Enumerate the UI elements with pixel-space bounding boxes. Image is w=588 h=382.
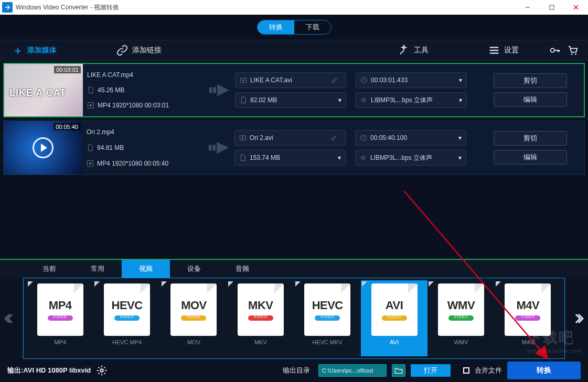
cart-icon	[567, 45, 579, 56]
plus-icon: ＋	[13, 43, 23, 58]
format-card-hevc-mkv[interactable]: HEVCHEVC MKV	[294, 280, 361, 356]
format-card-hevc-mp4[interactable]: HEVCHEVC MP4	[93, 280, 160, 356]
tab-audio[interactable]: 音频	[218, 260, 266, 278]
add-link-label: 添加链接	[132, 46, 162, 55]
filename: LIKE A CAT.mp4	[87, 71, 133, 79]
output-size: 153.74 MB	[250, 154, 280, 161]
svg-point-8	[551, 48, 554, 52]
chevron-down-icon: ▾	[458, 154, 462, 161]
settings-button[interactable]: 设置	[482, 40, 525, 61]
output-file-dropdown[interactable]: Ori 2.avi	[234, 130, 346, 146]
merge-label: 合并文件	[475, 366, 502, 375]
details: MP4 1920*1080 00:03:01	[98, 102, 169, 109]
output-file: Ori 2.avi	[250, 134, 273, 141]
app-icon	[2, 2, 13, 13]
tab-current[interactable]: 当前	[25, 260, 73, 278]
edit-button[interactable]: 编辑	[494, 150, 567, 165]
file-icon	[87, 86, 94, 94]
thumbnail[interactable]: 00:05:40	[4, 121, 82, 174]
format-card-wmv[interactable]: WMVWMV	[427, 280, 494, 356]
thumbnail[interactable]: 00:03:01	[4, 64, 83, 116]
audio-dropdown[interactable]: LIBMP3L...bps 立体声 ▾	[356, 92, 467, 108]
key-button[interactable]	[546, 40, 564, 61]
format-card-mkv[interactable]: MKVMKV	[227, 280, 294, 356]
add-media-label: 添加媒体	[27, 46, 57, 55]
output-file-dropdown[interactable]: LIKE A CAT.avi	[235, 72, 346, 88]
chevron-down-icon: ▾	[338, 96, 341, 104]
maximize-button[interactable]	[540, 0, 564, 15]
output-dir-label: 输出目录	[283, 366, 310, 375]
wand-icon	[398, 45, 410, 56]
convert-button[interactable]: 转换	[507, 362, 581, 379]
format-card-m4v[interactable]: M4VM4V	[495, 280, 561, 356]
play-small-icon	[87, 102, 94, 109]
speaker-icon	[360, 96, 368, 104]
chevron-down-icon: ▾	[459, 77, 462, 84]
settings-label: 设置	[504, 46, 519, 55]
media-meta: Ori 2.mp4 94.81 MB MP4 1920*1080 00:05:4…	[82, 121, 203, 174]
tab-video[interactable]: 视频	[122, 260, 170, 278]
arrow-icon	[204, 64, 235, 116]
svg-rect-2	[550, 5, 554, 9]
scroll-left-button[interactable]	[0, 278, 21, 359]
folder-icon[interactable]	[392, 364, 405, 377]
footer: 输出:AVI HD 1080P libxvid 输出目录 C:\Users\pc…	[0, 359, 588, 382]
play-overlay-icon	[33, 137, 54, 158]
mode-download[interactable]: 下载	[294, 20, 331, 34]
edit-icon[interactable]	[331, 77, 341, 85]
video-icon	[239, 134, 247, 141]
arrow-icon	[203, 121, 234, 174]
edit-icon[interactable]	[330, 134, 341, 143]
duration-dropdown[interactable]: 00:05:40.100 ▾	[355, 130, 466, 146]
close-button[interactable]	[564, 0, 588, 15]
add-link-button[interactable]: 添加链接	[110, 40, 168, 61]
media-item[interactable]: 00:05:40 Ori 2.mp4 94.81 MB MP4 1920*108…	[3, 121, 585, 175]
output-path[interactable]: C:\Users\pc...oft\out	[318, 364, 387, 377]
chevron-down-icon: ▾	[458, 134, 462, 141]
filesize: 45.26 MB	[98, 86, 124, 94]
format-area: 当前 常用 视频 设备 音频 MP4MP4 HEVCHEVC MP4 MOVMO…	[0, 259, 588, 359]
output-duration: 00:03:01.433	[371, 77, 408, 84]
media-item[interactable]: 00:03:01 LIKE A CAT.mp4 45.26 MB MP4 192…	[3, 63, 585, 117]
mode-convert[interactable]: 转换	[258, 20, 294, 34]
tools-label: 工具	[414, 46, 429, 55]
format-card-mov[interactable]: MOVMOV	[161, 280, 227, 356]
chevron-down-icon: ▾	[459, 96, 462, 104]
tab-common[interactable]: 常用	[73, 260, 122, 278]
tab-device[interactable]: 设备	[170, 260, 218, 278]
gear-icon[interactable]	[96, 365, 108, 376]
cut-button[interactable]: 剪切	[494, 73, 567, 88]
play-small-icon	[87, 160, 94, 167]
audio-dropdown[interactable]: LIBMP3L...bps 立体声 ▾	[355, 150, 466, 166]
output-size-dropdown[interactable]: 153.74 MB ▾	[234, 150, 346, 166]
toolbar: ＋ 添加媒体 添加链接 工具 设置	[0, 40, 588, 61]
cut-button[interactable]: 剪切	[494, 131, 567, 146]
file-icon	[239, 154, 247, 161]
format-card-avi[interactable]: AVIAVI	[361, 280, 427, 356]
open-button[interactable]: 打开	[411, 364, 451, 377]
details: MP4 1920*1080 00:05:40	[97, 160, 168, 167]
speaker-icon	[360, 154, 367, 161]
format-card-mp4[interactable]: MP4MP4	[27, 280, 93, 356]
audio-codec: LIBMP3L...bps 立体声	[371, 96, 433, 105]
mode-row: 转换 下载	[0, 15, 588, 40]
minimize-button[interactable]	[516, 0, 540, 15]
output-size-dropdown[interactable]: 82.02 MB ▾	[235, 92, 346, 108]
media-meta: LIKE A CAT.mp4 45.26 MB MP4 1920*1080 00…	[83, 64, 204, 116]
format-tabs: 当前 常用 视频 设备 音频	[0, 260, 588, 278]
filename: Ori 2.mp4	[87, 128, 114, 136]
scroll-right-button[interactable]	[567, 278, 588, 359]
clock-icon	[360, 134, 367, 141]
tools-button[interactable]: 工具	[392, 40, 435, 61]
add-media-button[interactable]: ＋ 添加媒体	[6, 40, 63, 61]
titlebar-text: Windows Video Converter - 视频转换	[16, 3, 119, 12]
edit-button[interactable]: 编辑	[494, 92, 567, 107]
merge-checkbox[interactable]	[463, 367, 469, 374]
duration-dropdown[interactable]: 00:03:01.433 ▾	[356, 72, 467, 88]
cart-button[interactable]	[564, 40, 582, 61]
svg-point-20	[100, 369, 103, 372]
hamburger-icon	[488, 45, 500, 56]
file-icon	[87, 144, 94, 151]
svg-point-13	[575, 53, 576, 55]
output-duration: 00:05:40.100	[370, 134, 407, 141]
